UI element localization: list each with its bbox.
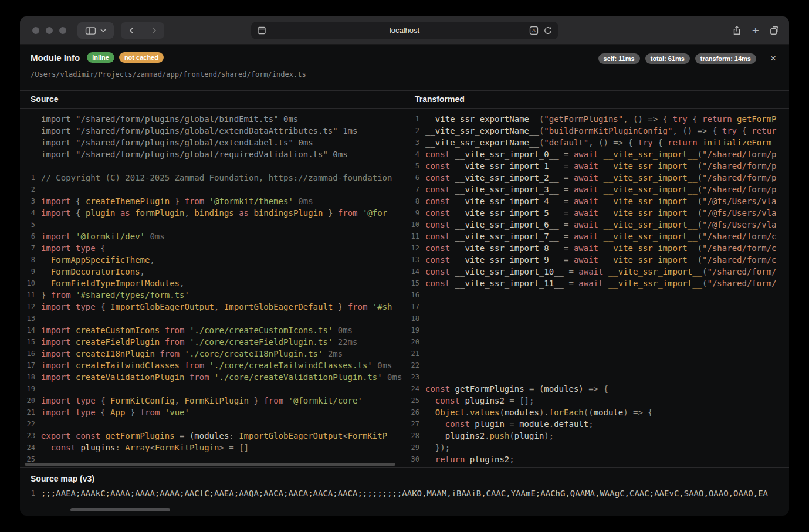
source-panel: Source import "/shared/form/plugins/glob… [20,91,404,467]
code-line: 16import createI18nPlugin from './core/c… [20,348,404,360]
line-number: 7 [404,184,419,195]
line-number: 18 [20,371,35,383]
zoom-window-button[interactable] [59,27,66,34]
code-line: 5const __vite_ssr_import_1__ = await __v… [404,160,789,172]
total-time-badge: total: 61ms [645,53,690,64]
code-line: 20import type { FormKitConfig, FormKitPl… [20,395,404,406]
reader-icon[interactable] [257,26,266,35]
code-line: 24 const plugins: Array<FormKitPlugin> =… [20,442,404,453]
tab-overview-icon [769,25,780,36]
module-info-title-row: Module Info inline not cached [31,52,164,63]
source-horizontal-scrollbar[interactable] [25,463,395,466]
code-line: 23 [404,371,789,383]
close-button[interactable]: × [764,50,782,67]
code-line: 18import createValidationPlugin from './… [20,371,404,383]
code-line: 4import { plugin as formPlugin, bindings… [20,207,404,219]
line-number: 12 [20,301,35,313]
chevron-down-icon [100,29,106,32]
window-controls [32,27,66,34]
code-line: 24const getFormPlugins = (modules) => { [404,383,789,395]
line-number: 20 [20,395,35,406]
line-number: 8 [20,254,35,266]
browser-window: localhost A + [20,16,789,516]
line-number: 22 [20,418,35,430]
transformed-panel: Transformed 1__vite_ssr_exportName__("ge… [404,91,789,467]
code-line: 1// Copyright (C) 2012-2025 Zammad Found… [20,172,404,184]
line-number: 18 [404,313,419,324]
line-number: 1 [20,172,35,184]
line-number: 7 [20,242,35,254]
line-number [20,148,35,160]
code-line: 9 FormDecoratorIcons, [20,266,404,277]
code-line: 7import type { [20,242,404,254]
line-number: 3 [404,137,419,148]
code-line: 28 plugins2.push(plugin); [404,430,789,442]
back-button[interactable] [121,22,143,39]
line-number: 13 [20,313,35,324]
forward-button[interactable] [143,22,164,39]
line-number: 12 [404,242,419,254]
tab-overview-button[interactable] [769,25,780,36]
transformed-code-view[interactable]: 1__vite_ssr_exportName__("getFormPlugins… [404,109,789,467]
address-bar[interactable]: localhost A [251,22,558,39]
code-line: 16 [404,289,789,301]
code-line: 11const __vite_ssr_import_7__ = await __… [404,231,789,242]
line-number: 17 [404,301,419,313]
page-horizontal-scrollbar[interactable] [70,508,170,511]
code-line: 2__vite_ssr_exportName__("buildFormKitPl… [404,125,789,137]
line-number: 19 [404,324,419,336]
code-line: 29 }); [404,442,789,453]
line-number: 20 [404,336,419,348]
line-number: 4 [20,207,35,219]
line-number: 10 [404,219,419,231]
line-number [20,125,35,137]
reload-icon[interactable] [543,26,553,35]
code-line: 5 [20,219,404,231]
code-line: 12import type { ImportGlobEagerOutput, I… [20,301,404,313]
line-number: 5 [20,219,35,231]
code-line: 9const __vite_ssr_import_5__ = await __v… [404,207,789,219]
code-line: 3__vite_ssr_exportName__("default", () =… [404,137,789,148]
code-line: 6import '@formkit/dev' 0ms [20,231,404,242]
line-number: 14 [20,324,35,336]
code-line: 30 return plugins2; [404,453,789,465]
share-button[interactable] [732,25,742,36]
code-line: import "/shared/form/plugins/global/exte… [20,137,404,148]
line-number: 14 [404,266,419,277]
line-number: 2 [20,184,35,195]
code-line: 12const __vite_ssr_import_8__ = await __… [404,242,789,254]
code-line: 21import type { App } from 'vue' [20,406,404,418]
navigation-buttons [121,22,164,39]
code-line: 19 [20,383,404,395]
source-panel-title: Source [20,91,404,109]
sidebar-toggle-button[interactable] [77,22,114,39]
code-line: 7const __vite_ssr_import_3__ = await __v… [404,184,789,195]
code-line: 6const __vite_ssr_import_2__ = await __v… [404,172,789,184]
line-number: 16 [20,348,35,360]
line-number: 9 [404,207,419,219]
line-number: 5 [404,160,419,172]
minimize-window-button[interactable] [46,27,53,34]
inline-badge: inline [87,52,114,63]
line-number: 21 [404,348,419,360]
timing-badges: self: 11ms total: 61ms transform: 14ms [598,53,756,64]
line-number: 24 [404,383,419,395]
toolbar-right-actions: + [732,22,780,39]
code-line: 14const __vite_ssr_import_10__ = await _… [404,266,789,277]
line-number: 1 [404,113,419,125]
code-line: import "/shared/form/plugins/global/exte… [20,125,404,137]
line-number: 27 [404,418,419,430]
source-code-view[interactable]: import "/shared/form/plugins/global/bind… [20,109,404,467]
code-line [20,160,404,172]
code-line: 10const __vite_ssr_import_6__ = await __… [404,219,789,231]
close-window-button[interactable] [32,27,39,34]
code-panels: Source import "/shared/form/plugins/glob… [20,91,789,468]
new-tab-button[interactable]: + [752,25,759,36]
code-line: 13const __vite_ssr_import_9__ = await __… [404,254,789,266]
translate-icon[interactable]: A [529,26,539,35]
line-number: 4 [404,148,419,160]
transform-time-badge: transform: 14ms [695,53,756,64]
url-text: localhost [251,22,558,39]
source-map-view[interactable]: 1;;;AAEA;AAAkC;AAAA;AAAA;AAAA;AAClC;AAEA… [20,487,789,499]
code-line: 8const __vite_ssr_import_4__ = await __v… [404,195,789,207]
